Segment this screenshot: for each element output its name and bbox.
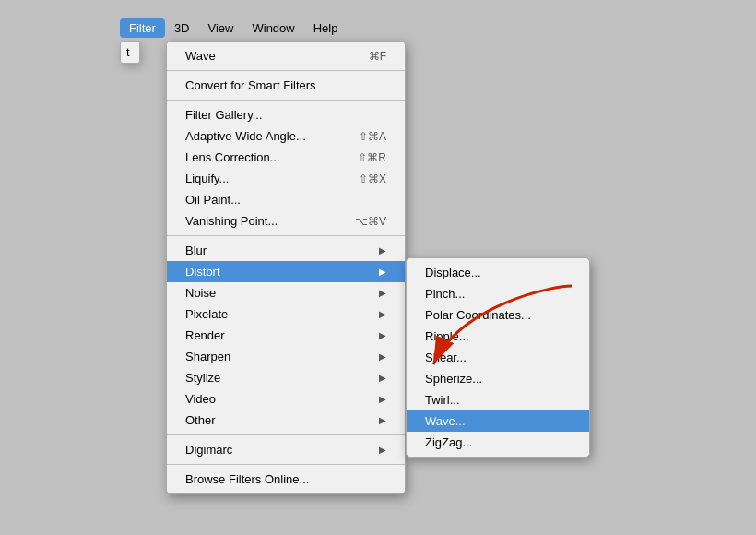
distort-ripple[interactable]: Ripple... [407, 326, 589, 347]
filter-gallery[interactable]: Filter Gallery... [167, 104, 405, 125]
filter-browse[interactable]: Browse Filters Online... [167, 469, 405, 490]
filter-video[interactable]: Video ▶ [167, 388, 405, 410]
sep-1 [167, 70, 405, 71]
filter-liquify[interactable]: Liquify... ⇧⌘X [167, 168, 405, 189]
filter-distort[interactable]: Distort ▶ Displace... Pinch... Polar Coo… [167, 261, 405, 282]
distort-submenu: Displace... Pinch... Polar Coordinates..… [406, 257, 590, 458]
filter-oilpaint[interactable]: Oil Paint... [167, 189, 405, 210]
sep-2 [167, 100, 405, 101]
distort-shear[interactable]: Shear... [407, 347, 589, 368]
distort-wave[interactable]: Wave... [407, 410, 589, 432]
filter-other[interactable]: Other ▶ [167, 410, 405, 431]
filter-render[interactable]: Render ▶ [167, 325, 405, 346]
menu-view[interactable]: View [199, 18, 243, 38]
filter-vanishing[interactable]: Vanishing Point... ⌥⌘V [167, 210, 405, 232]
filter-adaptive[interactable]: Adaptive Wide Angle... ⇧⌘A [167, 125, 405, 147]
menu-help[interactable]: Help [304, 18, 348, 38]
filter-digimarc[interactable]: Digimarc ▶ [167, 439, 405, 460]
distort-displace[interactable]: Displace... [407, 262, 589, 283]
filter-convert[interactable]: Convert for Smart Filters [167, 75, 405, 96]
filter-wave[interactable]: Wave ⌘F [167, 45, 405, 66]
sep-4 [167, 434, 405, 435]
distort-twirl[interactable]: Twirl... [407, 389, 589, 410]
menu-window[interactable]: Window [242, 18, 303, 38]
partial-menu-edge: t [120, 41, 140, 64]
filter-stylize[interactable]: Stylize ▶ [167, 367, 405, 388]
filter-blur[interactable]: Blur ▶ [167, 240, 405, 261]
distort-polar[interactable]: Polar Coordinates... [407, 304, 589, 326]
menu-3d[interactable]: 3D [165, 18, 199, 38]
filter-lens[interactable]: Lens Correction... ⇧⌘R [167, 147, 405, 168]
sep-3 [167, 235, 405, 236]
filter-dropdown: Wave ⌘F Convert for Smart Filters Filter… [166, 41, 406, 494]
filter-noise[interactable]: Noise ▶ [167, 282, 405, 303]
sep-5 [167, 464, 405, 465]
distort-pinch[interactable]: Pinch... [407, 283, 589, 304]
distort-zigzag[interactable]: ZigZag... [407, 432, 589, 453]
filter-sharpen[interactable]: Sharpen ▶ [167, 346, 405, 367]
filter-pixelate[interactable]: Pixelate ▶ [167, 303, 405, 325]
menu-bar: Filter 3D View Window Help [120, 18, 347, 38]
distort-spherize[interactable]: Spherize... [407, 368, 589, 389]
menu-filter[interactable]: Filter [120, 18, 165, 38]
